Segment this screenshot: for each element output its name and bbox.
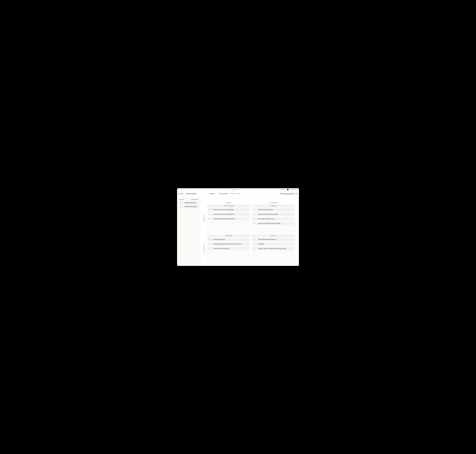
task-checkbox[interactable] bbox=[211, 218, 212, 219]
task-checkbox[interactable] bbox=[256, 248, 257, 249]
inbox-header: INBOX Add task bbox=[179, 198, 199, 201]
task-item[interactable]: Prepare next tools bbox=[179, 201, 199, 204]
extension-icon[interactable] bbox=[285, 189, 286, 190]
drag-handle-icon[interactable] bbox=[209, 218, 210, 219]
task-item[interactable]: Productlane integrat bbox=[179, 205, 199, 208]
extension-icon[interactable] bbox=[283, 189, 284, 190]
matrix-title-input[interactable] bbox=[184, 192, 207, 195]
task-item[interactable]: Landing page copy bbox=[208, 238, 249, 241]
inbox-task-list: Prepare next toolsProductlane integrat bbox=[179, 201, 199, 209]
drag-handle-icon[interactable] bbox=[254, 218, 255, 219]
drag-handle-icon[interactable] bbox=[209, 213, 210, 215]
task-checkbox[interactable] bbox=[256, 239, 257, 240]
quadrant-schedule[interactable]: SCHEDULE Polish Decision Matrix UICreate… bbox=[252, 204, 295, 233]
matrix-row-not-important: NOT IMPORTANT DELEGATE Landing page copy… bbox=[203, 234, 295, 262]
task-checkbox[interactable] bbox=[256, 243, 257, 245]
inbox-panel: INBOX Add task Prepare next toolsProduct… bbox=[178, 197, 200, 265]
inbox-title: INBOX bbox=[179, 199, 184, 200]
task-label: Changelog popup inside the app - link to… bbox=[213, 243, 241, 245]
url-text: app.untools.co bbox=[231, 189, 239, 190]
drag-handle-icon[interactable] bbox=[254, 209, 255, 210]
column-headers: URGENT NOT URGENT bbox=[203, 202, 295, 204]
quadrant-schedule-tasks: Polish Decision Matrix UICreate Eisenhow… bbox=[252, 207, 295, 227]
quadrant-do[interactable]: DO IT RIGHT AWAY Add AI assistant on lan… bbox=[207, 204, 250, 233]
quadrant-delegate[interactable]: DELEGATE Landing page copyChangelog popu… bbox=[207, 234, 250, 262]
plus-circle-icon bbox=[191, 199, 193, 200]
task-checkbox[interactable] bbox=[211, 213, 212, 215]
svg-marker-3 bbox=[281, 189, 282, 190]
task-item[interactable]: Add read-only share option for files bbox=[208, 217, 249, 220]
drag-handle-icon[interactable] bbox=[254, 223, 255, 224]
drag-handle-icon[interactable] bbox=[254, 239, 255, 240]
tabs-icon[interactable] bbox=[296, 189, 298, 190]
col-header-not-urgent: NOT URGENT bbox=[252, 202, 295, 204]
back-button-label: Back bbox=[180, 193, 183, 194]
sidebar: INBOX Add task Prepare next toolsProduct… bbox=[177, 196, 201, 266]
task-checkbox[interactable] bbox=[256, 223, 257, 224]
actions-button-label: Actions bbox=[210, 193, 214, 194]
svg-rect-0 bbox=[178, 189, 180, 190]
quadrant-dont[interactable]: DON'T DO Add landing page backgroundTemp… bbox=[252, 234, 295, 262]
task-item[interactable]: Add landing page background bbox=[253, 238, 294, 241]
task-label: Templates bbox=[258, 243, 264, 245]
col-header-urgent: URGENT bbox=[207, 202, 250, 204]
avatar[interactable]: GM bbox=[295, 192, 298, 195]
task-item[interactable]: Templates bbox=[253, 242, 294, 245]
drag-handle-icon[interactable] bbox=[254, 243, 255, 245]
back-button[interactable]: Back bbox=[178, 193, 183, 194]
task-checkbox[interactable] bbox=[256, 209, 257, 210]
drag-handle-icon[interactable] bbox=[180, 202, 181, 203]
task-checkbox[interactable] bbox=[256, 218, 257, 219]
url-bar[interactable]: app.untools.co bbox=[189, 189, 279, 190]
extension-icon[interactable] bbox=[287, 189, 288, 190]
add-task-button[interactable]: Add task bbox=[191, 199, 198, 200]
task-item[interactable]: Change / Merge / Switch blog and app dom… bbox=[253, 247, 294, 250]
task-checkbox[interactable] bbox=[211, 248, 212, 249]
how-to-use-link[interactable]: How to use this tool bbox=[280, 193, 294, 194]
extension-icon[interactable] bbox=[292, 189, 293, 190]
save-status: Saved 1 day ago bbox=[229, 193, 241, 194]
extension-icon[interactable] bbox=[289, 189, 291, 190]
sidebar-toggle-icon[interactable] bbox=[178, 189, 180, 190]
task-item[interactable]: Add AI assistant on landing page bbox=[208, 208, 249, 211]
browser-extensions bbox=[281, 189, 298, 190]
extension-icon[interactable] bbox=[281, 189, 282, 190]
reload-icon[interactable] bbox=[186, 189, 188, 190]
row-label-important-text: IMPORTANT bbox=[204, 215, 205, 222]
nav-forward-icon[interactable] bbox=[184, 189, 185, 190]
task-item[interactable]: Changelog popup inside the app - link to… bbox=[208, 242, 249, 245]
app-window: app.untools.co Back Actions bbox=[177, 188, 299, 266]
main-content: INBOX Add task Prepare next toolsProduct… bbox=[177, 196, 299, 266]
svg-rect-9 bbox=[296, 189, 298, 190]
link-icon bbox=[230, 189, 231, 190]
matrix-area: URGENT NOT URGENT IMPORTANT DO IT RIGHT … bbox=[201, 196, 299, 266]
task-item[interactable]: Move blog images to CDN bbox=[253, 217, 294, 220]
task-checkbox[interactable] bbox=[211, 243, 212, 245]
task-checkbox[interactable] bbox=[182, 206, 184, 207]
task-checkbox[interactable] bbox=[256, 213, 257, 215]
drag-handle-icon[interactable] bbox=[209, 243, 210, 245]
reading-list-icon[interactable] bbox=[294, 189, 295, 190]
task-item[interactable]: Launch with Product Hunt discount bbox=[208, 213, 249, 216]
drag-handle-icon[interactable] bbox=[180, 206, 181, 207]
app-toolbar: Back Actions Clean Matrix Saved 1 day ag… bbox=[177, 191, 299, 196]
arrow-left-icon bbox=[178, 193, 180, 194]
quadrant-dont-tasks: Add landing page backgroundTemplatesChan… bbox=[252, 237, 295, 252]
save-status-label: Saved 1 day ago bbox=[231, 193, 241, 194]
drag-handle-icon[interactable] bbox=[209, 239, 210, 240]
task-item[interactable]: Create Eisenhower matrix traffic bbox=[253, 213, 294, 216]
task-item[interactable]: Polish Decision Matrix UI bbox=[253, 208, 294, 211]
nav-back-icon[interactable] bbox=[181, 189, 183, 190]
task-item[interactable]: Get customer testimonials bbox=[208, 247, 249, 250]
task-checkbox[interactable] bbox=[211, 209, 212, 210]
drag-handle-icon[interactable] bbox=[254, 213, 255, 215]
drag-handle-icon[interactable] bbox=[254, 248, 255, 249]
drag-handle-icon[interactable] bbox=[209, 209, 210, 210]
task-item[interactable]: cannot use app unless email verified bbox=[253, 222, 294, 225]
actions-button[interactable]: Actions bbox=[208, 192, 217, 195]
task-label: Landing page copy bbox=[213, 239, 225, 240]
clean-matrix-button[interactable]: Clean Matrix bbox=[218, 192, 228, 195]
drag-handle-icon[interactable] bbox=[209, 248, 210, 249]
task-checkbox[interactable] bbox=[211, 239, 212, 240]
task-checkbox[interactable] bbox=[182, 202, 184, 204]
